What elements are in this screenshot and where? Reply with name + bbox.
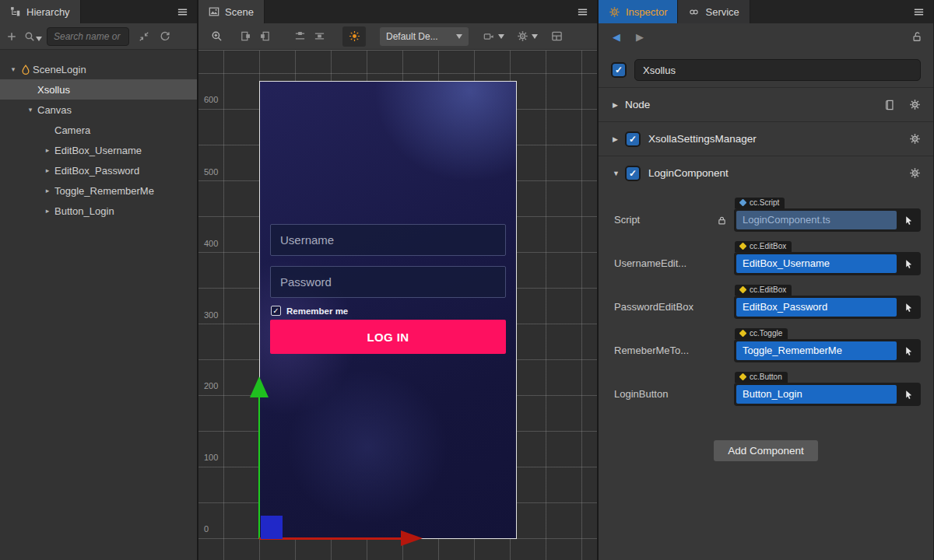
- search-filter-icon[interactable]: [24, 31, 35, 42]
- type-chip: cc.Toggle: [735, 328, 788, 339]
- property-label: UsernameEdit...: [614, 252, 717, 275]
- reference-value[interactable]: Toggle_RememberMe: [736, 341, 897, 360]
- tab-hierarchy[interactable]: Hierarchy: [0, 0, 81, 23]
- tree-item-Button_Login[interactable]: ▸ Button_Login: [0, 201, 197, 221]
- tab-inspector[interactable]: Inspector: [599, 0, 678, 23]
- tab-scene[interactable]: Scene: [198, 0, 265, 23]
- ruler-label-400: 400: [204, 238, 218, 249]
- distribute-top-icon[interactable]: [294, 30, 306, 42]
- node-section-header[interactable]: ▶ Node: [599, 87, 933, 121]
- device-select[interactable]: Default De...: [380, 27, 469, 46]
- remember-checkbox[interactable]: ✓: [271, 306, 281, 316]
- tree-item-EditBox_Username[interactable]: ▸ EditBox_Username: [0, 140, 197, 160]
- lock-icon[interactable]: [717, 208, 734, 232]
- node-name-input[interactable]: [634, 59, 921, 81]
- node-active-checkbox[interactable]: ✓: [611, 62, 627, 78]
- lock-icon: [717, 339, 734, 362]
- tree-item-Camera[interactable]: Camera: [0, 120, 197, 140]
- settings-expand-icon[interactable]: ▶: [613, 135, 625, 143]
- reference-field[interactable]: EditBox_Password: [734, 296, 921, 319]
- scene-viewport[interactable]: Username Password ✓ Remember me LOG IN 6…: [198, 50, 597, 560]
- settings-enabled-checkbox[interactable]: ✓: [625, 131, 641, 147]
- hierarchy-menu-icon[interactable]: [177, 6, 188, 18]
- type-diamond-icon: [739, 243, 747, 250]
- tree-item-Xsollus[interactable]: Xsollus: [0, 79, 197, 100]
- forward-arrow-icon[interactable]: ▶: [636, 31, 644, 43]
- picker-cursor-icon[interactable]: [899, 211, 918, 229]
- unlock-icon[interactable]: [911, 31, 922, 42]
- picker-cursor-icon[interactable]: [899, 254, 918, 273]
- layout-grid-icon[interactable]: [551, 30, 563, 42]
- type-chip-label: cc.Toggle: [750, 329, 782, 338]
- reference-value[interactable]: EditBox_Password: [736, 298, 897, 317]
- tree-item-Toggle_RememberMe[interactable]: ▸ Toggle_RememberMe: [0, 180, 197, 201]
- x-axis-arrow[interactable]: [401, 530, 423, 546]
- reference-field[interactable]: LoginComponent.ts: [734, 208, 921, 232]
- collapse-all-button[interactable]: [139, 31, 149, 42]
- scene-menu-icon[interactable]: [577, 6, 588, 18]
- tree-expand-icon[interactable]: ▸: [40, 166, 54, 174]
- create-node-button[interactable]: [6, 31, 17, 42]
- tab-service[interactable]: Service: [678, 0, 750, 23]
- search-caret-down-icon[interactable]: [36, 37, 42, 41]
- login-button[interactable]: LOG IN: [270, 320, 506, 354]
- reference-value[interactable]: LoginComponent.ts: [736, 211, 897, 229]
- inspector-menu-icon[interactable]: [913, 6, 925, 18]
- picker-cursor-icon[interactable]: [899, 298, 918, 317]
- component-properties: Script cc.Script LoginComponent.ts Usern…: [599, 190, 933, 412]
- node-gear-icon[interactable]: [909, 99, 921, 110]
- remember-me-toggle[interactable]: ✓ Remember me: [271, 306, 348, 316]
- login-gear-icon[interactable]: [909, 167, 921, 179]
- tree-expand-icon[interactable]: ▾: [23, 106, 37, 114]
- scene-image-icon: [209, 6, 219, 17]
- gear-caret-down-icon[interactable]: [532, 34, 538, 39]
- settings-section-header[interactable]: ▶ ✓ XsollaSettingsManager: [599, 121, 933, 156]
- reference-field[interactable]: Toggle_RememberMe: [734, 339, 921, 362]
- tree-item-Canvas[interactable]: ▾ Canvas: [0, 100, 197, 120]
- distribute-bottom-icon[interactable]: [314, 30, 325, 42]
- settings-gear-icon[interactable]: [909, 133, 921, 145]
- login-section-header[interactable]: ▼ ✓ LoginComponent: [599, 156, 933, 190]
- tree-expand-icon[interactable]: ▸: [40, 146, 54, 154]
- reference-value[interactable]: EditBox_Username: [736, 254, 897, 273]
- align-left-icon[interactable]: [240, 30, 251, 42]
- tree-expand-icon[interactable]: ▸: [40, 187, 54, 194]
- refresh-button[interactable]: [160, 31, 170, 42]
- login-expand-icon[interactable]: ▼: [613, 170, 625, 177]
- type-chip: cc.EditBox: [735, 285, 792, 296]
- add-component-button[interactable]: Add Component: [714, 440, 818, 461]
- camera-icon[interactable]: [483, 31, 495, 42]
- password-editbox[interactable]: Password: [270, 266, 506, 298]
- picker-cursor-icon[interactable]: [899, 341, 918, 360]
- property-row: Script cc.Script LoginComponent.ts: [614, 194, 921, 232]
- reference-field[interactable]: EditBox_Username: [734, 252, 921, 275]
- tree-expand-icon[interactable]: ▸: [40, 207, 54, 215]
- username-editbox[interactable]: Username: [270, 224, 506, 256]
- type-chip-label: cc.EditBox: [750, 242, 786, 250]
- back-arrow-icon[interactable]: ◀: [613, 31, 620, 43]
- y-axis-arrow[interactable]: [250, 376, 269, 397]
- tree-item-EditBox_Password[interactable]: ▸ EditBox_Password: [0, 160, 197, 180]
- lock-icon: [717, 296, 734, 319]
- tree-item-SceneLogin[interactable]: ▾ SceneLogin: [0, 59, 197, 79]
- zoom-in-icon[interactable]: [211, 30, 223, 42]
- game-canvas[interactable]: Username Password ✓ Remember me LOG IN: [259, 81, 517, 539]
- node-expand-icon[interactable]: ▶: [613, 101, 625, 109]
- book-icon[interactable]: [884, 99, 895, 110]
- picker-cursor-icon[interactable]: [899, 385, 918, 404]
- scene-gear-icon[interactable]: [517, 30, 528, 42]
- origin-handle[interactable]: [261, 516, 283, 539]
- node-section-title: Node: [625, 99, 650, 110]
- align-right-icon[interactable]: [259, 30, 271, 42]
- search-input[interactable]: [47, 27, 129, 46]
- scene-toolbar: Default De...: [198, 23, 597, 50]
- inspector-tabstrip: Inspector Service: [599, 0, 933, 23]
- type-chip: cc.Button: [735, 372, 788, 383]
- login-enabled-checkbox[interactable]: ✓: [625, 166, 641, 181]
- tree-expand-icon[interactable]: ▾: [6, 65, 20, 73]
- reference-value[interactable]: Button_Login: [736, 385, 897, 404]
- password-placeholder: Password: [280, 275, 332, 289]
- reference-field[interactable]: Button_Login: [734, 383, 921, 406]
- gizmo-light-icon[interactable]: [342, 26, 366, 47]
- camera-caret-down-icon[interactable]: [498, 34, 504, 39]
